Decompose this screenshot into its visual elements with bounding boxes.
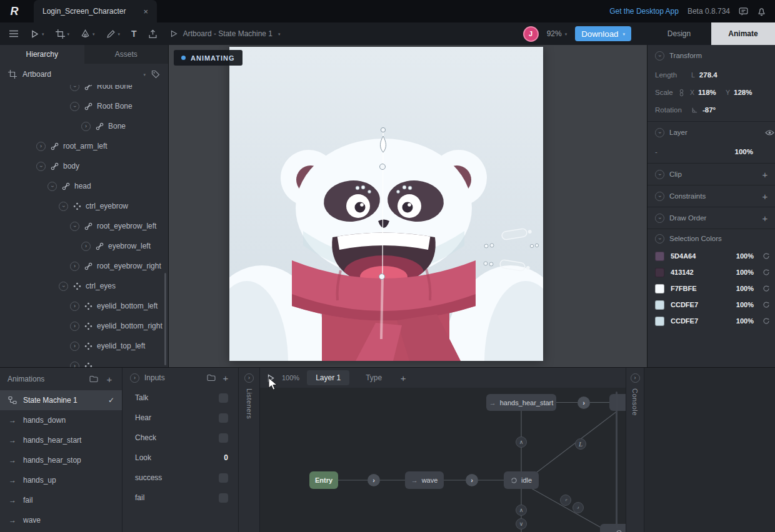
pencil-tool-button[interactable]: ▾ (101, 29, 126, 39)
state-node-entry[interactable]: Entry (309, 471, 338, 489)
transition-arrow-button[interactable]: › (578, 397, 590, 409)
expand-chevron-icon[interactable]: › (36, 142, 46, 151)
input-row[interactable]: Hear (122, 408, 238, 428)
design-mode-tab[interactable]: Design (647, 22, 711, 45)
color-hex-value[interactable]: CCDFE7 (671, 317, 730, 325)
play-button[interactable] (268, 374, 274, 382)
artboard-tool-button[interactable]: ▾ (50, 29, 76, 39)
transition-direction-up-icon[interactable]: ∧ (516, 436, 527, 448)
add-layer-button[interactable]: + (398, 373, 408, 383)
sync-color-icon[interactable] (762, 317, 770, 325)
color-swatch[interactable] (655, 317, 664, 326)
tree-row[interactable]: ›Bone (0, 116, 168, 136)
blend-mode-value[interactable]: - (655, 148, 658, 155)
section-chevron-icon[interactable]: › (655, 51, 664, 61)
input-number-value[interactable]: 0 (224, 453, 228, 462)
input-toggle[interactable] (219, 493, 228, 503)
listeners-strip[interactable]: › Listeners (238, 368, 259, 532)
sync-color-icon[interactable] (762, 301, 770, 308)
color-hex-value[interactable]: CCDFE7 (671, 301, 730, 308)
color-swatch[interactable] (655, 284, 664, 293)
input-row[interactable]: Check (122, 428, 238, 448)
transition-direction-up-icon[interactable]: ∧ (516, 505, 527, 516)
transition-direction-icon[interactable]: › (572, 502, 584, 513)
sync-color-icon[interactable] (762, 268, 770, 276)
tree-row[interactable]: ›ctrl_eyes (0, 276, 168, 296)
section-chevron-icon[interactable]: › (655, 128, 664, 137)
animation-list-item[interactable]: →hands_up (0, 470, 122, 490)
transition-arrow-button[interactable]: › (466, 474, 478, 486)
tree-row[interactable]: ›ctrl_eyebrow (0, 196, 168, 216)
section-chevron-icon[interactable]: › (655, 170, 664, 179)
expand-chevron-icon[interactable]: › (70, 322, 79, 331)
input-toggle[interactable] (219, 413, 228, 423)
animation-list-item[interactable]: →hands_down (0, 410, 122, 430)
rive-logo-icon[interactable]: R (0, 5, 29, 18)
scale-x-value[interactable]: 118% (698, 89, 726, 96)
tree-row[interactable]: ›Root Bone (0, 96, 168, 116)
section-chevron-icon[interactable]: › (655, 234, 664, 244)
state-node-partial[interactable] (609, 394, 626, 411)
color-opacity-value[interactable]: 100% (736, 252, 754, 260)
new-folder-icon[interactable] (89, 375, 98, 383)
graph-scrollbar[interactable] (616, 392, 618, 529)
input-row[interactable]: success (122, 468, 238, 488)
tab-type[interactable]: Type (357, 370, 391, 385)
download-button[interactable]: Download▾ (575, 26, 631, 41)
length-value[interactable]: 278.4 (699, 71, 718, 79)
state-node-partial[interactable] (600, 524, 626, 532)
tree-row[interactable]: ›Root Bone (0, 85, 168, 96)
input-row[interactable]: Look0 (122, 448, 238, 468)
animation-list-item[interactable]: →wave (0, 510, 122, 530)
tab-hierarchy[interactable]: Hierarchy (0, 45, 84, 64)
collapse-chevron-icon[interactable]: › (48, 182, 57, 191)
color-hex-value[interactable]: F7FBFE (671, 285, 730, 292)
expand-chevron-icon[interactable]: › (70, 262, 79, 271)
color-swatch[interactable] (655, 252, 664, 261)
main-menu-button[interactable] (0, 30, 24, 37)
tree-row[interactable]: ›root_eyebrow_right (0, 256, 168, 276)
artboard-chevron-icon[interactable]: ▾ (143, 72, 146, 77)
artboard-root-item[interactable]: Artboard ▾ (0, 64, 168, 85)
transition-direction-icon[interactable]: › (560, 495, 571, 506)
collapse-chevron-icon[interactable]: › (70, 85, 79, 91)
hierarchy-scrollbar[interactable] (164, 273, 166, 365)
avatar[interactable]: J (523, 26, 539, 42)
add-animation-button[interactable]: + (104, 374, 114, 385)
tree-row[interactable]: ›head (0, 176, 168, 196)
state-node-idle[interactable]: idle (504, 471, 539, 489)
stage-canvas[interactable]: ANIMATING (169, 45, 647, 367)
listeners-chevron-icon[interactable]: › (244, 373, 254, 383)
tree-row[interactable]: ›root_arm_left (0, 136, 168, 156)
layer-opacity-value[interactable]: 100% (735, 148, 753, 155)
input-toggle[interactable] (219, 393, 228, 403)
link-scale-icon[interactable] (679, 89, 684, 97)
get-desktop-app-link[interactable]: Get the Desktop App (609, 7, 679, 16)
tree-row[interactable]: ›eyelid_bottom_left (0, 296, 168, 316)
sync-color-icon[interactable] (762, 252, 770, 260)
collapse-chevron-icon[interactable]: › (70, 222, 79, 231)
new-folder-icon[interactable] (207, 374, 216, 382)
expand-chevron-icon[interactable]: › (70, 302, 79, 311)
add-clip-button[interactable]: + (760, 169, 770, 180)
animation-list-item[interactable]: →hands_hear_start (0, 430, 122, 450)
collapse-chevron-icon[interactable]: › (59, 202, 68, 211)
expand-chevron-icon[interactable]: › (70, 342, 79, 351)
collapse-chevron-icon[interactable]: › (70, 102, 79, 111)
tree-row[interactable]: ›root_eyebrow_left (0, 216, 168, 236)
rotation-value[interactable]: -87° (702, 106, 716, 114)
tree-row[interactable]: ›eyebrow_left (0, 236, 168, 256)
document-tab[interactable]: Login_Screen_Character × (34, 0, 157, 22)
add-constraint-button[interactable]: + (760, 191, 770, 202)
pen-tool-button[interactable]: ▾ (75, 29, 101, 39)
tree-row[interactable]: ›eyelid_bottom_right (0, 316, 168, 336)
select-tool-button[interactable]: ▾ (24, 29, 50, 39)
transition-arrow-button[interactable]: › (368, 474, 380, 486)
animation-list-item[interactable]: →fail (0, 490, 122, 510)
transition-direction-down-icon[interactable]: ∨ (516, 518, 527, 530)
input-row[interactable]: fail (122, 488, 238, 508)
animation-list-item[interactable]: State Machine 1✓ (0, 390, 122, 410)
color-swatch[interactable] (655, 268, 664, 277)
color-opacity-value[interactable]: 100% (736, 301, 754, 308)
listener-badge[interactable]: L (575, 438, 586, 450)
